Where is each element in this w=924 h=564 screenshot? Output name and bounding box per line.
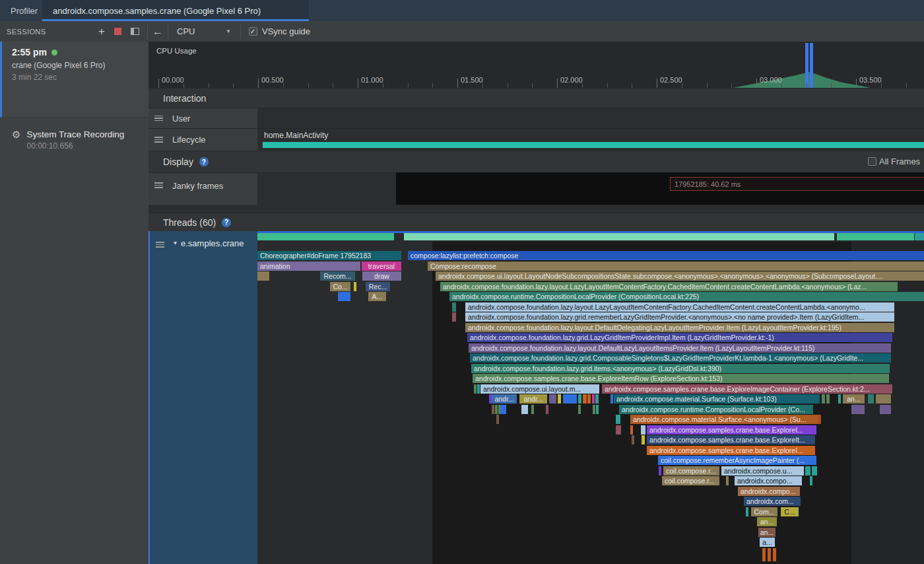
flame-frame[interactable]: androidx.com...: [744, 497, 801, 506]
flame-sliver[interactable]: [851, 405, 865, 414]
recording-artifact[interactable]: ⚙ System Trace Recording 00:00:10.656: [0, 129, 148, 151]
flame-sliver[interactable]: [592, 394, 595, 404]
flame-sliver[interactable]: [578, 405, 581, 414]
flame-sliver[interactable]: [805, 466, 810, 476]
timeline-ruler[interactable]: 00.00000.50001.00001.50002.00002.50003.0…: [148, 76, 924, 88]
flame-sliver[interactable]: [641, 425, 645, 435]
flame-sliver[interactable]: [452, 312, 456, 322]
cpu-usage-chart[interactable]: CPU Usage 00.00000.50001.00001.50002.000…: [148, 42, 924, 88]
flame-frame[interactable]: androidx.compose.samples.crane.base.Expl…: [473, 374, 889, 383]
flame-frame[interactable]: coil.compose.r...: [663, 466, 719, 476]
flame-frame[interactable]: androidx.compose.runtime.CompositionLoca…: [449, 292, 924, 301]
flame-sliver[interactable]: [583, 394, 587, 404]
flame-sliver[interactable]: [257, 271, 269, 281]
session-card[interactable]: 2:55 pm crane (Google Pixel 6 Pro) 3 min…: [0, 42, 148, 118]
flame-sliver[interactable]: [826, 394, 830, 404]
drag-handle-icon[interactable]: [154, 181, 163, 190]
flame-sliver[interactable]: [531, 405, 534, 414]
all-frames-label[interactable]: All Frames: [879, 157, 923, 166]
flame-sliver[interactable]: [810, 476, 812, 485]
flame-frame[interactable]: a...: [760, 538, 775, 547]
user-track-label-cell[interactable]: User: [148, 108, 257, 128]
flame-frame[interactable]: compose:lazylist:prefetch:compose: [408, 251, 924, 260]
flame-sliver[interactable]: [595, 394, 599, 404]
flame-frame[interactable]: androidx.compose.runtime.CompositionLoca…: [619, 405, 813, 414]
flame-frame[interactable]: androidx.compose.foundation.lazy.layout.…: [440, 282, 898, 291]
janky-frame-bar[interactable]: 17952185: 40.62 ms: [670, 177, 924, 191]
flame-frame[interactable]: Recom...: [320, 271, 355, 281]
janky-frames-track[interactable]: 17952185: 40.62 ms: [396, 172, 924, 205]
flame-sliver[interactable]: [496, 415, 499, 424]
lifecycle-track-row[interactable]: Lifecycle home.MainActivity: [148, 128, 924, 151]
flame-sliver[interactable]: [549, 394, 556, 404]
flame-frame[interactable]: androidx.compose.foundation.lazy.layout.…: [465, 323, 894, 332]
flame-frame[interactable]: androidx.compose.samples.crane.base.Expl…: [647, 425, 816, 435]
flame-sliver[interactable]: [915, 233, 924, 240]
flame-sliver[interactable]: [500, 405, 506, 414]
flame-frame[interactable]: androidx.compose.foundation.lazy.grid.re…: [465, 312, 894, 322]
flame-frame[interactable]: andr...: [519, 394, 547, 404]
expand-arrow-icon[interactable]: ▾: [174, 239, 177, 246]
flame-sliver[interactable]: [642, 435, 645, 444]
janky-frames-label-cell[interactable]: Janky frames: [148, 173, 257, 205]
flame-sliver[interactable]: [354, 282, 356, 291]
help-icon[interactable]: ?: [199, 157, 209, 166]
flame-sliver[interactable]: [257, 233, 394, 240]
flame-frame[interactable]: Choreographer#doFrame 17952183: [257, 251, 401, 260]
flame-sliver[interactable]: [452, 302, 456, 312]
flame-sliver[interactable]: [868, 394, 874, 404]
flame-sliver[interactable]: [630, 425, 633, 435]
flame-sliver[interactable]: [477, 384, 480, 394]
flame-sliver[interactable]: [773, 548, 776, 561]
flame-sliver[interactable]: [880, 405, 891, 414]
flame-sliver[interactable]: [632, 435, 634, 444]
flame-sliver[interactable]: [837, 233, 914, 240]
flame-frame[interactable]: draw: [362, 271, 401, 281]
flame-sliver[interactable]: [474, 384, 477, 394]
vsync-guide-label[interactable]: VSync guide: [262, 21, 310, 42]
add-session-button[interactable]: +: [95, 21, 108, 42]
thread-label-panel-selected[interactable]: ▾ e.samples.crane: [148, 231, 257, 564]
flame-sliver[interactable]: [818, 415, 821, 424]
flame-frame[interactable]: androidx.compose.foundation.lazy.layout.…: [469, 343, 891, 353]
flame-frame[interactable]: androidx.compo...: [735, 476, 802, 485]
flame-frame[interactable]: androidx.compose.samples.crane.base.Expl…: [647, 435, 815, 444]
flame-frame[interactable]: androidx.compose.samples.crane.base.Expl…: [602, 384, 892, 394]
user-track-row[interactable]: User: [148, 108, 924, 128]
flame-sliver[interactable]: [563, 394, 577, 404]
flame-sliver[interactable]: [558, 394, 561, 404]
vsync-guide-checkbox[interactable]: ✓: [248, 21, 257, 42]
flame-sliver[interactable]: [812, 466, 817, 476]
flame-sliver[interactable]: [876, 394, 891, 404]
flame-sliver[interactable]: [404, 233, 834, 240]
flame-frame[interactable]: Co...: [330, 282, 350, 291]
flame-sliver[interactable]: [746, 507, 748, 516]
flame-frame[interactable]: androidx.compose.samples.crane.base.Expl…: [647, 446, 815, 455]
stop-recording-button[interactable]: [111, 21, 124, 42]
flame-frame[interactable]: andr...: [492, 394, 517, 404]
flame-sliver[interactable]: [492, 405, 494, 414]
flame-frame[interactable]: an...: [757, 517, 777, 526]
flame-sliver[interactable]: [338, 292, 350, 301]
flame-frame[interactable]: androidx.compo...: [738, 487, 800, 496]
drag-handle-icon[interactable]: [156, 240, 164, 249]
flame-sliver[interactable]: [521, 405, 528, 414]
flame-frame[interactable]: an...: [843, 394, 865, 404]
chevron-down-icon[interactable]: ▼: [226, 21, 231, 42]
flame-frame[interactable]: A...: [368, 292, 386, 301]
help-icon[interactable]: ?: [222, 218, 231, 227]
flame-frame[interactable]: traversal: [362, 262, 401, 271]
flame-sliver[interactable]: [726, 476, 729, 485]
flame-frame[interactable]: androidx.compose.ui.layout.LayoutNodeSub…: [436, 271, 924, 281]
flame-frame[interactable]: androidx.compose.ui.layout.m...: [480, 384, 599, 394]
flame-sliver[interactable]: [762, 548, 766, 561]
flame-sliver[interactable]: [578, 394, 581, 404]
flame-frame[interactable]: androidx.compose.foundation.lazy.grid.La…: [467, 333, 892, 342]
back-button[interactable]: ←: [150, 21, 165, 42]
flame-frame[interactable]: androidx.compose.foundation.lazy.grid.it…: [471, 364, 890, 373]
flame-frame[interactable]: C...: [781, 507, 799, 516]
flame-frame[interactable]: Compose:recompose: [428, 262, 924, 271]
flame-frame[interactable]: Com...: [751, 507, 777, 516]
flame-sliver[interactable]: [610, 394, 613, 404]
lifecycle-track-label-cell[interactable]: Lifecycle: [148, 129, 257, 151]
